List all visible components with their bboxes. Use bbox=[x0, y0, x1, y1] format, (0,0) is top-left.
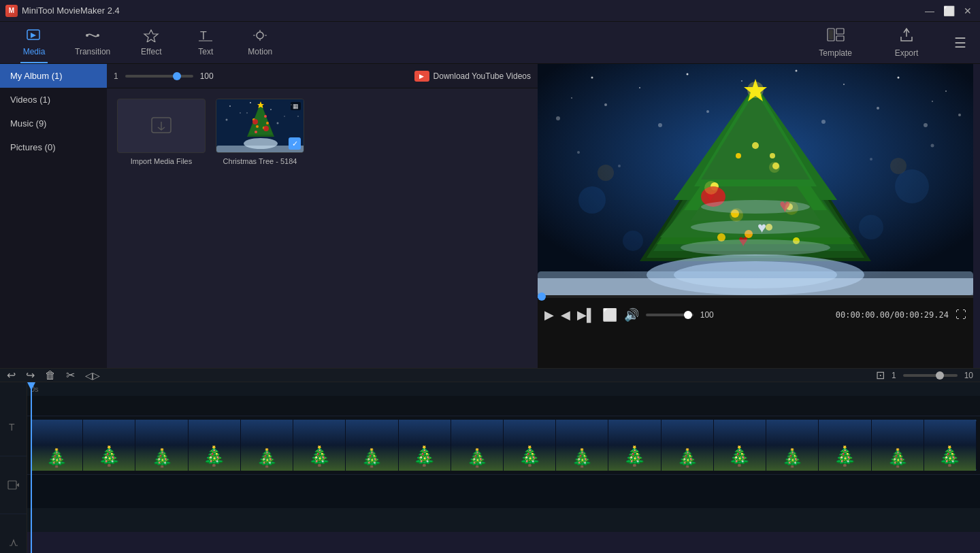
media-grid: Import Media Files bbox=[107, 88, 538, 368]
play-button[interactable]: ▶ bbox=[544, 307, 554, 322]
timeline-zoom-slider[interactable] bbox=[903, 374, 958, 377]
undo-button[interactable]: ↩ bbox=[7, 369, 16, 382]
frame-cell bbox=[504, 420, 556, 471]
progress-dot bbox=[538, 292, 546, 301]
toolbar-template[interactable]: Template bbox=[805, 23, 866, 62]
svg-rect-106 bbox=[8, 481, 16, 489]
maximize-button[interactable]: ⬜ bbox=[942, 4, 956, 18]
svg-rect-9 bbox=[836, 36, 844, 41]
split-button[interactable]: ◁▷ bbox=[85, 370, 100, 381]
svg-point-100 bbox=[895, 169, 929, 203]
timeline-zoom-fit[interactable]: ⊡ bbox=[876, 369, 885, 382]
frame-cell bbox=[714, 420, 766, 471]
christmas-tree-item[interactable]: ▦ ✓ Christmas Tree - 5184 bbox=[216, 99, 304, 358]
svg-point-103 bbox=[598, 165, 614, 181]
svg-point-101 bbox=[623, 231, 643, 251]
text-track bbox=[27, 396, 980, 416]
svg-point-79 bbox=[736, 153, 741, 158]
svg-point-30 bbox=[255, 131, 257, 133]
timeline-cursor[interactable] bbox=[31, 382, 32, 553]
toolbar-transition[interactable]: Transition bbox=[61, 22, 124, 63]
preview-progress-bar[interactable] bbox=[538, 295, 973, 298]
frame-cell bbox=[872, 420, 924, 471]
toolbar-media[interactable]: Media bbox=[7, 22, 61, 63]
svg-point-53 bbox=[877, 107, 879, 110]
sidebar-item-music[interactable]: Music (9) bbox=[0, 112, 107, 135]
cut-button[interactable]: ✂ bbox=[66, 369, 75, 382]
svg-point-54 bbox=[924, 123, 928, 127]
zoom-slider[interactable] bbox=[125, 75, 193, 78]
frame-cell bbox=[293, 420, 346, 471]
svg-point-15 bbox=[270, 109, 272, 110]
timeline-content: T 0s bbox=[0, 382, 980, 553]
video-track-label bbox=[0, 456, 27, 514]
svg-point-98 bbox=[681, 239, 830, 256]
svg-point-14 bbox=[250, 102, 251, 103]
fit-button[interactable]: ⬜ bbox=[602, 307, 617, 322]
next-frame-button[interactable]: ▶▌ bbox=[577, 307, 595, 322]
title-bar-controls: — ⬜ ✕ bbox=[923, 4, 975, 18]
svg-point-1 bbox=[86, 34, 88, 37]
export-icon bbox=[898, 27, 915, 46]
svg-point-6 bbox=[257, 32, 263, 39]
svg-point-48 bbox=[556, 116, 560, 120]
svg-point-33 bbox=[263, 126, 269, 131]
fullscreen-button[interactable]: ⛶ bbox=[956, 309, 966, 321]
svg-point-42 bbox=[796, 70, 798, 72]
preview-controls: ▶ ◀ ▶▌ ⬜ 🔊 100 00:00:00.00/00:00:29.24 ⛶ bbox=[538, 298, 973, 332]
svg-point-50 bbox=[658, 123, 662, 127]
toolbar-effect[interactable]: Effect bbox=[124, 22, 178, 63]
svg-point-21 bbox=[277, 122, 279, 124]
svg-point-49 bbox=[604, 103, 607, 106]
svg-point-39 bbox=[639, 87, 640, 88]
media-toolbar: 1 100 ▶ Download YouTube Videos bbox=[107, 64, 538, 88]
volume-value: 100 bbox=[700, 310, 714, 320]
sidebar-item-videos[interactable]: Videos (1) bbox=[0, 88, 107, 112]
zoom-slider-thumb bbox=[173, 72, 181, 80]
media-label: Media bbox=[23, 47, 46, 56]
content-area: My Album (1) Videos (1) Music (9) Pictur… bbox=[0, 64, 980, 368]
sidebar-item-pictures[interactable]: Pictures (0) bbox=[0, 135, 107, 159]
svg-point-38 bbox=[591, 77, 593, 79]
delete-button[interactable]: 🗑 bbox=[45, 369, 56, 382]
transition-icon bbox=[84, 29, 101, 44]
svg-rect-8 bbox=[836, 29, 844, 34]
import-media-item[interactable]: Import Media Files bbox=[117, 99, 206, 358]
toolbar-export[interactable]: Export bbox=[879, 23, 934, 62]
svg-point-41 bbox=[741, 80, 742, 82]
left-inner: My Album (1) Videos (1) Music (9) Pictur… bbox=[0, 64, 538, 368]
svg-point-104 bbox=[890, 158, 906, 174]
svg-point-45 bbox=[945, 90, 947, 92]
svg-point-27 bbox=[264, 115, 267, 118]
svg-point-80 bbox=[770, 153, 775, 158]
timeline-track-labels: T bbox=[0, 382, 27, 553]
svg-point-51 bbox=[706, 110, 709, 113]
volume-slider[interactable] bbox=[646, 314, 693, 316]
close-button[interactable]: ✕ bbox=[961, 4, 975, 18]
app-title: MiniTool MovieMaker 2.4 bbox=[22, 5, 120, 16]
template-icon bbox=[826, 27, 845, 46]
svg-point-20 bbox=[246, 112, 248, 114]
sidebar: My Album (1) Videos (1) Music (9) Pictur… bbox=[0, 64, 107, 368]
toolbar-text[interactable]: T Text bbox=[178, 22, 233, 63]
menu-button[interactable]: ☰ bbox=[947, 35, 973, 51]
download-youtube-button[interactable]: ▶ Download YouTube Videos bbox=[414, 71, 531, 82]
toolbar-motion[interactable]: Motion bbox=[233, 22, 287, 63]
svg-point-52 bbox=[821, 120, 826, 124]
svg-point-19 bbox=[226, 119, 228, 121]
svg-point-99 bbox=[578, 186, 606, 214]
minimize-button[interactable]: — bbox=[923, 4, 936, 18]
frame-cell bbox=[241, 420, 293, 471]
redo-button[interactable]: ↪ bbox=[26, 369, 35, 382]
volume-icon: 🔊 bbox=[624, 307, 639, 322]
preview-scene: ♥ ♥ ♥ ♥ bbox=[538, 64, 973, 295]
left-panel: My Album (1) Videos (1) Music (9) Pictur… bbox=[0, 64, 538, 368]
svg-point-57 bbox=[931, 144, 934, 148]
timeline-zoom-controls: ⊡ 1 10 bbox=[876, 369, 973, 382]
prev-frame-button[interactable]: ◀ bbox=[561, 307, 570, 322]
svg-point-78 bbox=[752, 142, 759, 149]
svg-point-44 bbox=[898, 77, 900, 79]
sidebar-item-my-album[interactable]: My Album (1) bbox=[0, 64, 107, 88]
svg-point-96 bbox=[701, 200, 810, 214]
frame-cell bbox=[399, 420, 451, 471]
